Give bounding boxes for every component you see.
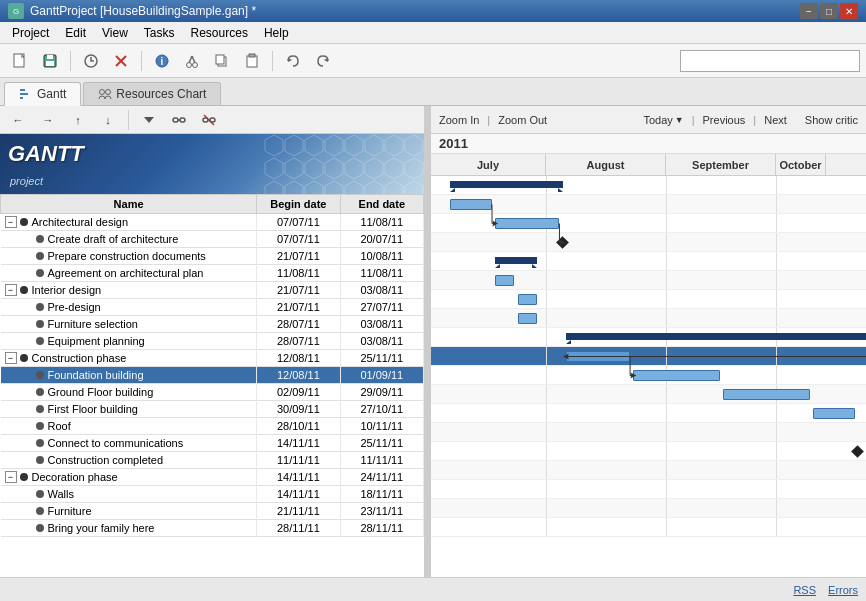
table-row[interactable]: Foundation building12/08/1101/09/11	[1, 367, 424, 384]
redo-button[interactable]	[309, 48, 337, 74]
save-button[interactable]	[36, 48, 64, 74]
begin-date: 21/11/11	[257, 503, 340, 520]
info-button[interactable]: i	[148, 48, 176, 74]
maximize-button[interactable]: □	[820, 3, 838, 19]
task-bar[interactable]	[450, 199, 492, 210]
scroll-up-button[interactable]: ↑	[64, 107, 92, 133]
tab-gantt[interactable]: Gantt	[4, 82, 81, 106]
task-bar[interactable]	[495, 218, 559, 229]
gantt-row[interactable]	[431, 347, 866, 366]
table-row[interactable]: Prepare construction documents21/07/1110…	[1, 248, 424, 265]
table-row[interactable]: Construction completed11/11/1111/11/11	[1, 452, 424, 469]
menu-project[interactable]: Project	[4, 24, 57, 42]
paste-button[interactable]	[238, 48, 266, 74]
table-row[interactable]: First Floor building30/09/1127/10/11	[1, 401, 424, 418]
task-name: Pre-design	[48, 301, 101, 313]
table-row[interactable]: Equipment planning28/07/1103/08/11	[1, 333, 424, 350]
gantt-row[interactable]	[431, 214, 866, 233]
gantt-row[interactable]	[431, 290, 866, 309]
show-critical-button[interactable]: Show critic	[805, 114, 858, 126]
task-bar[interactable]	[633, 370, 720, 381]
minimize-button[interactable]: −	[800, 3, 818, 19]
gantt-row[interactable]	[431, 195, 866, 214]
scroll-down-button[interactable]: ↓	[94, 107, 122, 133]
collapse-button[interactable]: −	[5, 471, 17, 483]
gantt-row[interactable]	[431, 499, 866, 518]
table-row[interactable]: −Construction phase12/08/1125/11/11	[1, 350, 424, 367]
table-row[interactable]: Walls14/11/1118/11/11	[1, 486, 424, 503]
scroll-left-button[interactable]: ←	[4, 107, 32, 133]
gantt-row[interactable]	[431, 176, 866, 195]
gantt-row[interactable]	[431, 328, 866, 347]
gantt-row[interactable]	[431, 480, 866, 499]
close-button[interactable]: ✕	[840, 3, 858, 19]
app-icon: G	[8, 3, 24, 19]
svg-marker-17	[288, 58, 292, 62]
new-button[interactable]	[6, 48, 34, 74]
menu-help[interactable]: Help	[256, 24, 297, 42]
gantt-row[interactable]	[431, 442, 866, 461]
table-row[interactable]: Create draft of architecture07/07/1120/0…	[1, 231, 424, 248]
table-row[interactable]: Agreement on architectural plan11/08/111…	[1, 265, 424, 282]
task-bar[interactable]	[495, 275, 514, 286]
end-date: 23/11/11	[340, 503, 423, 520]
gantt-row[interactable]	[431, 233, 866, 252]
summary-left-arrow	[450, 188, 455, 192]
expand-all-button[interactable]	[135, 107, 163, 133]
table-row[interactable]: Connect to communications14/11/1125/11/1…	[1, 435, 424, 452]
history-button[interactable]	[77, 48, 105, 74]
zoom-out-button[interactable]: Zoom Out	[498, 114, 547, 126]
errors-link[interactable]: Errors	[828, 584, 858, 596]
table-row[interactable]: −Interior design21/07/1103/08/11	[1, 282, 424, 299]
table-row[interactable]: Furniture21/11/1123/11/11	[1, 503, 424, 520]
table-row[interactable]: −Decoration phase14/11/1124/11/11	[1, 469, 424, 486]
undo-button[interactable]	[279, 48, 307, 74]
collapse-button[interactable]: −	[5, 216, 17, 228]
gantt-row[interactable]	[431, 252, 866, 271]
task-bar[interactable]	[566, 351, 630, 362]
table-row[interactable]: Roof28/10/1110/11/11	[1, 418, 424, 435]
previous-button[interactable]: Previous	[703, 114, 746, 126]
menu-edit[interactable]: Edit	[57, 24, 94, 42]
table-row[interactable]: Bring your family here28/11/1128/11/11	[1, 520, 424, 537]
gantt-row[interactable]	[431, 385, 866, 404]
next-button[interactable]: Next	[764, 114, 787, 126]
task-name-cell: First Floor building	[1, 401, 257, 418]
rss-link[interactable]: RSS	[793, 584, 816, 596]
today-button[interactable]: Today ▼	[643, 114, 683, 126]
svg-marker-24	[144, 117, 154, 123]
table-row[interactable]: Ground Floor building02/09/1129/09/11	[1, 384, 424, 401]
gantt-row[interactable]	[431, 309, 866, 328]
gantt-row[interactable]	[431, 404, 866, 423]
cut-button[interactable]	[178, 48, 206, 74]
table-row[interactable]: −Architectural design07/07/1111/08/11	[1, 214, 424, 231]
zoom-in-button[interactable]: Zoom In	[439, 114, 479, 126]
gantt-row[interactable]	[431, 366, 866, 385]
task-bar[interactable]	[518, 313, 537, 324]
collapse-button[interactable]: −	[5, 284, 17, 296]
link-button[interactable]	[165, 107, 193, 133]
menu-tasks[interactable]: Tasks	[136, 24, 183, 42]
table-row[interactable]: Furniture selection28/07/1103/08/11	[1, 316, 424, 333]
menu-view[interactable]: View	[94, 24, 136, 42]
delete-button[interactable]	[107, 48, 135, 74]
collapse-button[interactable]: −	[5, 352, 17, 364]
task-bar[interactable]	[813, 408, 855, 419]
task-bar[interactable]	[518, 294, 537, 305]
menu-resources[interactable]: Resources	[183, 24, 256, 42]
copy-button[interactable]	[208, 48, 236, 74]
gantt-row[interactable]	[431, 423, 866, 442]
scroll-right-button[interactable]: →	[34, 107, 62, 133]
begin-date: 07/07/11	[257, 214, 340, 231]
gantt-row[interactable]	[431, 518, 866, 537]
gantt-row[interactable]	[431, 271, 866, 290]
month-september: September	[666, 154, 776, 175]
tab-resources[interactable]: Resources Chart	[83, 82, 221, 105]
svg-point-22	[100, 90, 105, 95]
gantt-row[interactable]	[431, 461, 866, 480]
table-row[interactable]: Pre-design21/07/1127/07/11	[1, 299, 424, 316]
unlink-button[interactable]	[195, 107, 223, 133]
task-name-cell: −Decoration phase	[1, 469, 257, 486]
search-input[interactable]	[680, 50, 860, 72]
task-bar[interactable]	[723, 389, 810, 400]
